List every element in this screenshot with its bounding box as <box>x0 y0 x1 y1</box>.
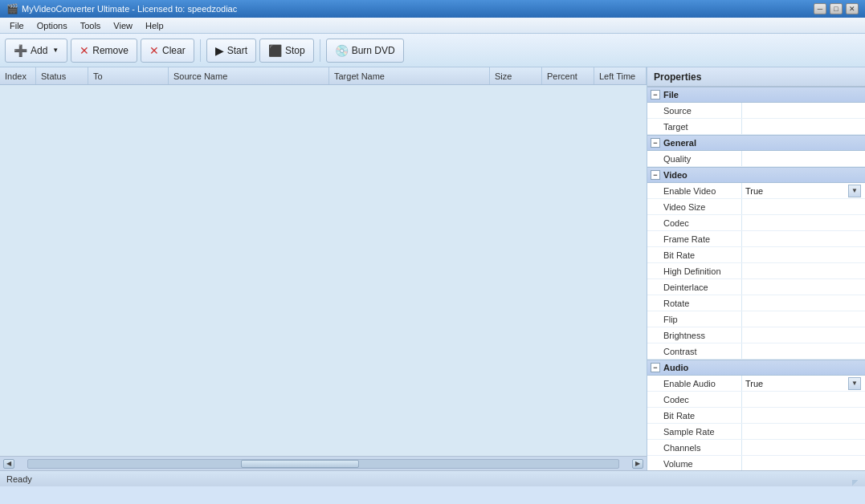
prop-channels-name: Channels <box>647 440 742 455</box>
enable-audio-text: True <box>745 379 763 388</box>
prop-source: Source <box>647 103 865 119</box>
prop-high-definition-name: High Definition <box>647 263 742 278</box>
hscrollbar-track[interactable] <box>27 459 619 469</box>
collapse-video-button[interactable]: − <box>651 170 660 180</box>
section-general-label: General <box>663 138 696 148</box>
burn-dvd-label: Burn DVD <box>352 45 395 56</box>
status-text: Ready <box>6 474 32 484</box>
section-file: − File <box>647 87 865 103</box>
start-button[interactable]: ▶ Start <box>206 39 256 63</box>
statusbar-resize-grip <box>852 480 859 486</box>
clear-button[interactable]: ✕ Clear <box>141 39 194 63</box>
toolbar: ➕ Add ▼ ✕ Remove ✕ Clear ▶ Start ⬛ Stop … <box>0 34 865 67</box>
col-index: Index <box>0 67 36 84</box>
col-to: To <box>88 67 169 84</box>
menu-item-file[interactable]: File <box>3 19 31 32</box>
menu-item-tools[interactable]: Tools <box>74 19 108 32</box>
menu-item-view[interactable]: View <box>107 19 139 32</box>
horizontal-scrollbar[interactable]: ◀ ▶ <box>0 456 647 470</box>
prop-flip-name: Flip <box>647 311 742 327</box>
enable-video-text: True <box>745 186 763 196</box>
prop-sample-rate-name: Sample Rate <box>647 424 742 439</box>
properties-title: Properties <box>647 67 865 87</box>
prop-brightness: Brightness <box>647 327 865 343</box>
menu-item-options[interactable]: Options <box>31 19 74 32</box>
filelist-area: Index Status To Source Name Target Name … <box>0 67 647 470</box>
prop-rotate-name: Rotate <box>647 295 742 311</box>
prop-enable-video: Enable Video True ▼ <box>647 183 865 199</box>
prop-video-size: Video Size <box>647 199 865 215</box>
remove-button[interactable]: ✕ Remove <box>71 39 137 63</box>
prop-volume: Volume <box>647 456 865 470</box>
prop-source-name: Source <box>647 103 742 118</box>
toolbar-separator-1 <box>200 39 201 62</box>
hscrollbar-thumb[interactable] <box>241 460 359 468</box>
menubar: FileOptionsToolsViewHelp <box>0 18 865 34</box>
prop-quality-name: Quality <box>647 151 742 166</box>
col-percent: Percent <box>542 67 594 84</box>
prop-codec-name: Codec <box>647 215 742 230</box>
prop-quality: Quality <box>647 151 865 167</box>
titlebar-text: MyVideoConverter Ultimate - Licensed to:… <box>22 4 237 14</box>
prop-target-name: Target <box>647 119 742 134</box>
hscroll-right-arrow[interactable]: ▶ <box>632 459 643 469</box>
clear-icon: ✕ <box>149 44 159 57</box>
add-icon: ➕ <box>14 44 27 57</box>
menu-item-help[interactable]: Help <box>139 19 170 32</box>
collapse-audio-button[interactable]: − <box>651 363 660 372</box>
col-source-name: Source Name <box>169 67 329 84</box>
prop-contrast: Contrast <box>647 343 865 360</box>
prop-codec: Codec <box>647 215 865 231</box>
prop-flip: Flip <box>647 311 865 327</box>
add-button[interactable]: ➕ Add ▼ <box>5 39 67 63</box>
prop-volume-name: Volume <box>647 456 742 470</box>
prop-video-size-name: Video Size <box>647 199 742 214</box>
toolbar-separator-2 <box>320 39 320 62</box>
statusbar: Ready <box>0 470 865 486</box>
hscroll-left-arrow[interactable]: ◀ <box>3 459 14 469</box>
prop-rotate: Rotate <box>647 295 865 311</box>
add-label: Add <box>31 45 47 56</box>
prop-audio-bit-rate-name: Bit Rate <box>647 408 742 423</box>
minimize-button[interactable]: ─ <box>814 3 826 14</box>
col-left-time: Left Time <box>594 67 647 84</box>
prop-channels: Channels <box>647 440 865 456</box>
table-header: Index Status To Source Name Target Name … <box>0 67 647 85</box>
prop-frame-rate: Frame Rate <box>647 231 865 247</box>
prop-bit-rate-name: Bit Rate <box>647 247 742 262</box>
collapse-file-button[interactable]: − <box>651 90 660 100</box>
prop-deinterlace: Deinterlace <box>647 279 865 295</box>
prop-enable-audio-name: Enable Audio <box>647 376 742 391</box>
collapse-general-button[interactable]: − <box>651 138 660 148</box>
enable-audio-dropdown-button[interactable]: ▼ <box>848 377 861 390</box>
titlebar: 🎬 MyVideoConverter Ultimate - Licensed t… <box>0 0 865 18</box>
burn-dvd-button[interactable]: 💿 Burn DVD <box>326 39 404 63</box>
burn-dvd-icon: 💿 <box>335 44 349 57</box>
section-audio: − Audio <box>647 360 865 376</box>
titlebar-controls: ─ □ ✕ <box>814 3 859 14</box>
section-video: − Video <box>647 167 865 183</box>
remove-icon: ✕ <box>80 44 89 57</box>
remove-label: Remove <box>92 45 129 56</box>
prop-target: Target <box>647 119 865 135</box>
restore-button[interactable]: □ <box>830 3 843 14</box>
stop-label: Stop <box>285 45 305 56</box>
stop-icon: ⬛ <box>268 44 282 57</box>
close-button[interactable]: ✕ <box>846 3 859 14</box>
prop-brightness-name: Brightness <box>647 327 742 343</box>
properties-scroll[interactable]: − File Source Target − General Quali <box>647 87 865 470</box>
table-body[interactable] <box>0 85 647 456</box>
prop-high-definition: High Definition <box>647 263 865 279</box>
section-general: − General <box>647 135 865 151</box>
prop-audio-codec-name: Codec <box>647 392 742 407</box>
prop-enable-audio: Enable Audio True ▼ <box>647 376 865 392</box>
enable-video-dropdown-row: True ▼ <box>745 185 862 197</box>
prop-enable-video-name: Enable Video <box>647 183 742 198</box>
prop-audio-codec: Codec <box>647 392 865 408</box>
enable-video-dropdown-button[interactable]: ▼ <box>848 185 861 197</box>
add-dropdown-icon: ▼ <box>52 47 59 54</box>
section-file-label: File <box>663 90 679 100</box>
prop-audio-bit-rate: Bit Rate <box>647 408 865 424</box>
col-target-name: Target Name <box>329 67 490 84</box>
stop-button[interactable]: ⬛ Stop <box>259 39 314 63</box>
